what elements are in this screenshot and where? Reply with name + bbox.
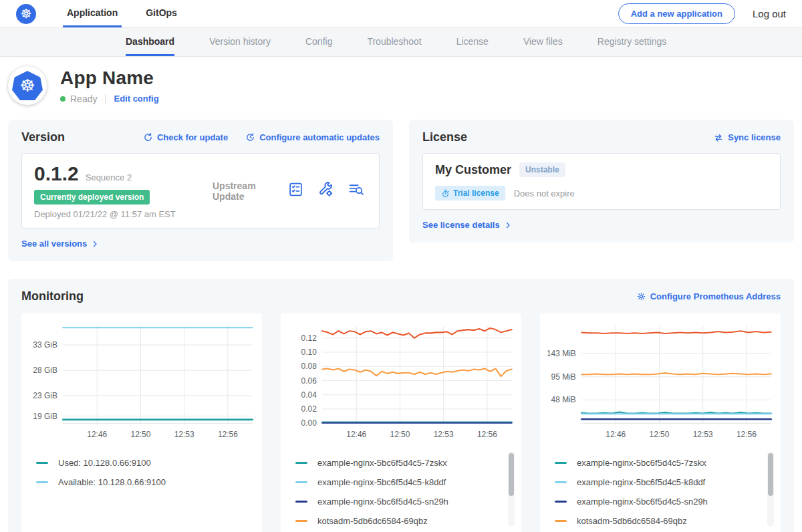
svg-text:12:50: 12:50	[130, 430, 150, 439]
svg-text:12:50: 12:50	[390, 430, 410, 439]
memory-usage-chart-card: 48 MiB95 MiB143 MiB12:4612:5012:5312:56 …	[540, 313, 781, 532]
customer-name: My Customer	[435, 163, 511, 177]
legend-label: example-nginx-5bc6f5d4c5-k8ddf	[577, 477, 705, 487]
legend-color-dash	[555, 462, 567, 464]
svg-text:12:53: 12:53	[434, 430, 454, 439]
check-for-update-link[interactable]: Check for update	[143, 132, 228, 142]
stopwatch-icon	[441, 189, 450, 198]
svg-text:12:53: 12:53	[693, 430, 713, 439]
legend-item: example-nginx-5bc6f5d4c5-sn29h	[295, 492, 507, 511]
license-expiry: Does not expire	[514, 188, 575, 198]
monitoring-section: Monitoring Configure Prometheus Address …	[8, 279, 794, 532]
legend-color-dash	[555, 481, 567, 483]
sequence-label: Sequence 2	[86, 172, 132, 182]
legend-item: example-nginx-5bc6f5d4c5-7zskx	[295, 453, 507, 473]
refresh-icon	[143, 132, 153, 142]
version-card-title: Version	[21, 130, 65, 144]
tab-application[interactable]: Application	[63, 0, 122, 27]
legend-label: example-nginx-5bc6f5d4c5-sn29h	[317, 497, 448, 507]
preflight-checks-icon[interactable]	[287, 181, 304, 201]
svg-text:12:50: 12:50	[649, 430, 669, 439]
see-license-details-link[interactable]: See license details	[422, 220, 512, 230]
configure-prometheus-link[interactable]: Configure Prometheus Address	[636, 291, 781, 301]
subnav-license[interactable]: License	[456, 28, 489, 56]
legend-color-dash	[295, 481, 307, 483]
top-nav: ☸ Application GitOps Add a new applicati…	[0, 0, 802, 28]
legend-color-dash	[555, 520, 567, 522]
deployed-badge: Currently deployed version	[34, 190, 150, 205]
license-type-badge: Trial license	[435, 186, 505, 201]
sync-license-link[interactable]: Sync license	[713, 132, 781, 143]
svg-text:12:56: 12:56	[477, 430, 497, 439]
legend-label: example-nginx-5bc6f5d4c5-7zskx	[317, 458, 447, 468]
svg-text:95 MiB: 95 MiB	[551, 372, 576, 382]
legend-label: Used: 10.128.0.66:9100	[58, 458, 151, 468]
divider	[105, 94, 106, 104]
legend-item: example-nginx-5bc6f5d4c5-k8ddf	[295, 473, 507, 492]
svg-text:12:46: 12:46	[606, 430, 626, 439]
svg-text:0.06: 0.06	[301, 376, 317, 386]
svg-text:12:56: 12:56	[737, 430, 757, 439]
legend-color-dash	[36, 481, 48, 483]
logout-button[interactable]: Log out	[753, 8, 786, 19]
disk-usage-chart: 19 GiB23 GiB28 GiB33 GiB12:4612:5012:531…	[27, 321, 257, 442]
configure-automatic-updates-link[interactable]: Configure automatic updates	[245, 132, 380, 142]
legend-label: example-nginx-5bc6f5d4c5-k8ddf	[317, 477, 446, 487]
legend-label: kotsadm-5db6dc6584-69qbz	[317, 516, 428, 526]
legend-scrollbar-thumb[interactable]	[768, 453, 773, 496]
svg-text:12:46: 12:46	[87, 430, 107, 439]
deployed-timestamp: Deployed 01/21/22 @ 11:57 am EST	[34, 209, 205, 219]
config-wrench-icon[interactable]	[317, 181, 334, 201]
subnav-troubleshoot[interactable]: Troubleshoot	[367, 28, 421, 56]
legend-scrollbar[interactable]	[767, 452, 774, 527]
chevron-right-icon	[504, 221, 512, 229]
monitoring-title: Monitoring	[21, 289, 84, 303]
version-card: Version Check for update Configure autom…	[8, 120, 393, 261]
legend-color-dash	[36, 462, 48, 464]
add-application-button[interactable]: Add a new application	[618, 3, 735, 24]
svg-text:28 GiB: 28 GiB	[33, 366, 57, 375]
subnav-version-history[interactable]: Version history	[209, 28, 271, 56]
gear-icon	[636, 291, 646, 301]
subnav-config[interactable]: Config	[305, 28, 332, 56]
svg-text:12:56: 12:56	[218, 430, 238, 439]
app-sub-nav: Dashboard Version history Config Trouble…	[0, 28, 802, 57]
view-logs-icon[interactable]	[348, 181, 364, 201]
update-type-label: Upstream Update	[205, 180, 287, 202]
chevron-right-icon	[91, 240, 99, 248]
legend-item: kotsadm-5db6dc6584-69qbz	[555, 511, 766, 531]
cpu-usage-chart-card: 0.000.020.040.060.080.100.1212:4612:5012…	[281, 313, 521, 532]
subnav-registry-settings[interactable]: Registry settings	[597, 28, 666, 56]
svg-text:12:46: 12:46	[346, 430, 366, 439]
license-detail-card: My Customer Unstable Trial license Does …	[422, 153, 781, 210]
cpu-usage-chart: 0.000.020.040.060.080.100.1212:4612:5012…	[286, 321, 516, 442]
disk-usage-legend: Used: 10.128.0.66:9100Available: 10.128.…	[27, 450, 257, 531]
legend-item: Available: 10.128.0.66:9100	[36, 473, 247, 492]
page-title: App Name	[60, 68, 159, 89]
top-nav-spacer	[201, 0, 618, 27]
svg-text:23 GiB: 23 GiB	[33, 391, 57, 400]
legend-item: example-nginx-5bc6f5d4c5-k8ddf	[555, 473, 766, 492]
status-dot	[60, 96, 65, 102]
svg-text:0.02: 0.02	[301, 404, 317, 414]
legend-color-dash	[555, 501, 567, 503]
svg-text:0.08: 0.08	[301, 362, 317, 371]
version-number: 0.1.2	[34, 162, 79, 185]
status-text: Ready	[70, 94, 97, 104]
subnav-view-files[interactable]: View files	[523, 28, 563, 56]
tab-gitops[interactable]: GitOps	[142, 0, 181, 27]
legend-item: Used: 10.128.0.66:9100	[36, 453, 247, 473]
subnav-dashboard[interactable]: Dashboard	[126, 28, 174, 56]
legend-item: example-nginx-5bc6f5d4c5-sn29h	[555, 492, 766, 511]
cards-row: Version Check for update Configure autom…	[0, 116, 802, 261]
legend-label: Available: 10.128.0.66:9100	[58, 477, 166, 487]
memory-usage-chart: 48 MiB95 MiB143 MiB12:4612:5012:5312:56	[545, 321, 775, 442]
tab-gitops-label: GitOps	[146, 7, 177, 18]
legend-scrollbar-thumb[interactable]	[509, 453, 514, 496]
see-all-versions-link[interactable]: See all versions	[21, 239, 99, 249]
license-card-title: License	[422, 130, 467, 144]
sync-icon	[713, 132, 724, 143]
legend-scrollbar[interactable]	[508, 452, 515, 527]
edit-config-link[interactable]: Edit config	[114, 94, 158, 104]
legend-item: example-nginx-5bc6f5d4c5-7zskx	[555, 453, 766, 473]
